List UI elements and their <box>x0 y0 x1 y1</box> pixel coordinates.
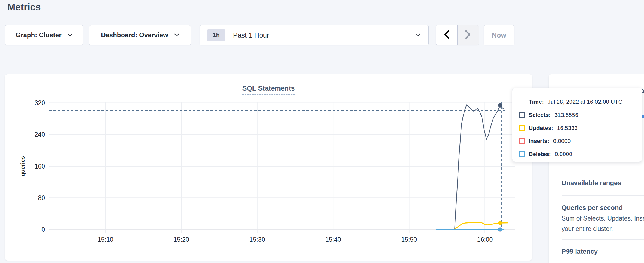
sidebar-item-p99-latency: P99 latency <box>562 248 598 255</box>
tooltip-row-selects: Selects: 313.5556 <box>519 108 642 121</box>
tooltip-row-deletes: Deletes: 0.0000 <box>519 148 642 161</box>
tooltip-inserts-value: 0.0000 <box>553 138 571 144</box>
svg-text:15:50: 15:50 <box>401 236 417 243</box>
svg-text:15:40: 15:40 <box>325 236 341 243</box>
dashboard-label: Dashboard: Overview <box>101 31 168 39</box>
occluded-link-fragment <box>642 115 644 118</box>
selects-legend-swatch-icon <box>519 112 525 118</box>
divider <box>562 239 644 240</box>
chevron-right-icon <box>465 30 471 40</box>
chevron-down-icon <box>68 33 73 37</box>
sql-statements-chart-card: SQL Statements 15:1015:2015:3015:4015:50… <box>5 74 532 261</box>
chevron-down-icon <box>174 33 179 37</box>
tooltip-inserts-label: Inserts: <box>529 138 549 144</box>
graph-scope-label: Graph: Cluster <box>16 31 61 39</box>
tooltip-updates-label: Updates: <box>529 125 553 131</box>
time-step-buttons <box>436 25 479 45</box>
tooltip-selects-label: Selects: <box>529 112 551 118</box>
graph-scope-dropdown[interactable]: Graph: Cluster <box>5 25 83 45</box>
dashboard-dropdown[interactable]: Dashboard: Overview <box>89 25 191 45</box>
svg-text:320: 320 <box>35 99 45 106</box>
tooltip-time-value: Jul 28, 2022 at 16:02:00 UTC <box>548 99 622 105</box>
divider <box>562 171 644 171</box>
svg-text:240: 240 <box>35 131 45 138</box>
tooltip-row-updates: Updates: 16.5333 <box>519 121 642 134</box>
tooltip-time-label: Time: <box>529 99 544 105</box>
time-range-badge: 1h <box>207 29 225 41</box>
chevron-down-icon <box>415 33 420 37</box>
tooltip-updates-value: 16.5333 <box>557 125 578 131</box>
chart-hover-tooltip: Time: Jul 28, 2022 at 16:02:00 UTC Selec… <box>512 88 642 162</box>
svg-text:160: 160 <box>35 163 45 170</box>
tooltip-deletes-value: 0.0000 <box>555 151 572 157</box>
tooltip-deletes-label: Deletes: <box>529 151 551 157</box>
inserts-legend-swatch-icon <box>519 138 525 144</box>
sidebar-item-unavailable-ranges: Unavailable ranges <box>562 179 621 187</box>
queries-per-second-desc-line2: your entire cluster. <box>562 225 613 233</box>
svg-text:queries: queries <box>19 156 26 176</box>
svg-text:15:20: 15:20 <box>173 236 189 243</box>
queries-per-second-desc-line1: Sum of Selects, Updates, Inser <box>562 215 644 222</box>
prev-time-button[interactable] <box>436 25 458 45</box>
svg-text:0: 0 <box>41 226 45 233</box>
page-title: Metrics <box>7 2 41 13</box>
tooltip-row-inserts: Inserts: 0.0000 <box>519 134 642 148</box>
time-range-value: Past 1 Hour <box>233 31 269 39</box>
svg-text:15:30: 15:30 <box>249 236 265 243</box>
deletes-legend-swatch-icon <box>519 151 525 157</box>
next-time-button[interactable] <box>458 25 479 45</box>
updates-legend-swatch-icon <box>519 125 525 131</box>
chart-plot-area[interactable]: 15:1015:2015:3015:4015:5016:003202401608… <box>5 74 532 261</box>
svg-text:15:10: 15:10 <box>98 236 113 243</box>
divider <box>562 195 644 196</box>
chevron-left-icon <box>444 30 450 40</box>
svg-text:16:00: 16:00 <box>477 236 493 243</box>
tooltip-selects-value: 313.5556 <box>555 112 579 118</box>
time-range-select[interactable]: 1h Past 1 Hour <box>200 25 429 45</box>
sidebar-item-queries-per-second: Queries per second <box>562 204 623 212</box>
now-button[interactable]: Now <box>484 25 514 45</box>
svg-text:80: 80 <box>38 194 45 201</box>
